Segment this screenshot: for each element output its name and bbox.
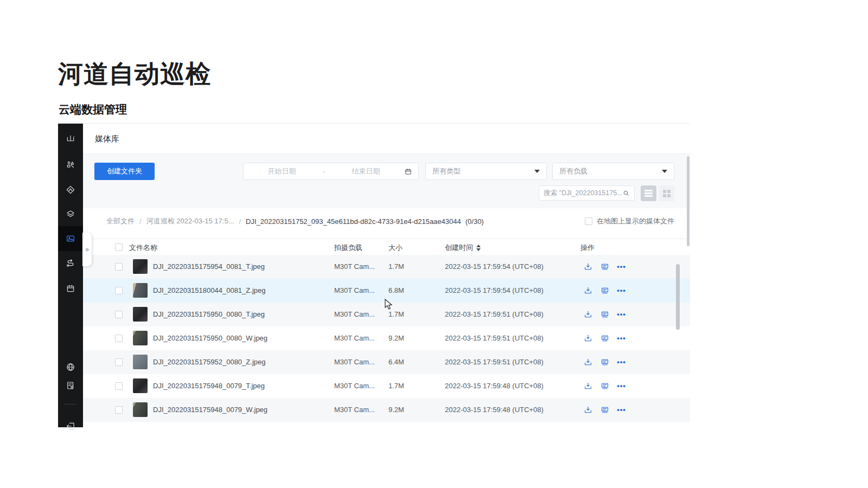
sidebar-item-logout[interactable] xyxy=(58,414,83,439)
media-transfer-button[interactable] xyxy=(600,286,609,295)
list-view-icon xyxy=(644,190,653,197)
more-actions-button[interactable]: ••• xyxy=(617,286,626,295)
row-checkbox[interactable] xyxy=(115,335,123,342)
column-payload: 拍摄负载 xyxy=(334,243,362,253)
sidebar-item-map-pin[interactable] xyxy=(58,177,83,202)
more-actions-button[interactable]: ••• xyxy=(617,333,626,343)
media-transfer-button[interactable] xyxy=(600,381,609,390)
type-filter-select[interactable]: 所有类型 xyxy=(425,163,547,180)
mountain-icon xyxy=(66,134,75,144)
more-actions-button[interactable]: ••• xyxy=(617,381,626,390)
table-row[interactable]: DJI_20220315175954_0081_T.jpegM30T Cam..… xyxy=(83,255,690,279)
file-thumbnail[interactable] xyxy=(133,355,148,369)
file-thumbnail[interactable] xyxy=(133,259,148,274)
row-checkbox[interactable] xyxy=(115,311,123,318)
sidebar-item-calendar[interactable] xyxy=(58,276,83,301)
sidebar-item-fleet[interactable] xyxy=(58,152,83,177)
globe-icon xyxy=(66,362,75,372)
search-box[interactable] xyxy=(539,185,635,201)
more-actions-button[interactable]: ••• xyxy=(617,310,626,319)
app-main: 媒体库 创建文件夹 开始日期 - 结束日期 所有类型 所有负载 xyxy=(83,124,690,427)
download-button[interactable] xyxy=(583,310,592,319)
breadcrumb-all-files[interactable]: 全部文件 xyxy=(106,216,135,226)
table-scrollbar[interactable] xyxy=(676,264,680,330)
file-payload: M30T Cam... xyxy=(334,382,375,390)
sidebar-item-route[interactable] xyxy=(58,251,83,276)
file-payload: M30T Cam... xyxy=(334,334,375,342)
file-name[interactable]: DJI_20220315175950_0080_W.jpeg xyxy=(153,334,267,342)
table-row[interactable]: DJI_20220315175948_0079_T.jpegM30T Cam..… xyxy=(83,374,690,398)
media-transfer-button[interactable] xyxy=(600,310,609,319)
table-row[interactable]: DJI_20220315175952_0080_Z.jpegM30T Cam..… xyxy=(83,350,690,374)
file-name[interactable]: DJI_20220315175948_0079_T.jpeg xyxy=(153,382,265,390)
search-input[interactable] xyxy=(544,189,622,197)
row-checkbox[interactable] xyxy=(115,406,123,414)
app-header-title: 媒体库 xyxy=(95,134,119,144)
sort-icon[interactable] xyxy=(476,245,481,251)
caret-down-icon xyxy=(662,170,667,173)
map-filter-checkbox[interactable] xyxy=(585,217,592,225)
logout-icon xyxy=(66,421,75,431)
sidebar-item-media-library[interactable] xyxy=(58,226,83,251)
file-thumbnail[interactable] xyxy=(133,402,148,417)
flight-log-icon xyxy=(66,381,75,390)
row-actions: ••• xyxy=(583,405,626,414)
sidebar-item-mountain[interactable] xyxy=(58,126,83,151)
file-thumbnail[interactable] xyxy=(133,331,148,345)
table-row[interactable]: DJI_20220315180044_0081_Z.jpegM30T Cam..… xyxy=(83,279,690,303)
download-button[interactable] xyxy=(583,286,592,295)
download-button[interactable] xyxy=(583,333,592,343)
grid-view-icon xyxy=(663,190,671,197)
panel-scrollbar[interactable] xyxy=(687,156,690,246)
breadcrumb-mission-folder[interactable]: 河道巡检 2022-03-15 17:5... xyxy=(146,216,234,226)
file-name[interactable]: DJI_20220315175950_0080_T.jpeg xyxy=(153,310,265,318)
more-actions-button[interactable]: ••• xyxy=(617,357,626,367)
download-button[interactable] xyxy=(583,357,592,367)
more-actions-button[interactable]: ••• xyxy=(617,405,626,414)
sidebar-item-layers[interactable] xyxy=(58,202,83,227)
sidebar-item-flight-log[interactable] xyxy=(58,373,83,398)
media-transfer-button[interactable] xyxy=(600,262,609,271)
fleet-icon xyxy=(66,160,75,170)
row-checkbox[interactable] xyxy=(115,358,123,366)
more-actions-button[interactable]: ••• xyxy=(617,262,626,271)
column-created-time[interactable]: 创建时间 xyxy=(445,243,481,253)
file-name[interactable]: DJI_20220315175948_0079_W.jpeg xyxy=(153,406,267,414)
file-thumbnail[interactable] xyxy=(133,378,148,393)
file-thumbnail[interactable] xyxy=(133,307,148,322)
create-folder-button[interactable]: 创建文件夹 xyxy=(94,163,155,180)
row-actions: ••• xyxy=(583,357,626,367)
download-button[interactable] xyxy=(583,381,592,390)
search-icon[interactable] xyxy=(622,189,630,197)
map-filter-label: 在地图上显示的媒体文件 xyxy=(597,216,674,226)
media-transfer-button[interactable] xyxy=(600,333,609,343)
download-button[interactable] xyxy=(583,405,592,414)
file-name[interactable]: DJI_20220315180044_0081_Z.jpeg xyxy=(153,286,265,294)
file-name[interactable]: DJI_20220315175952_0080_Z.jpeg xyxy=(153,358,265,366)
media-transfer-button[interactable] xyxy=(600,357,609,367)
row-checkbox[interactable] xyxy=(115,263,123,271)
table-row[interactable]: DJI_20220315175948_0079_W.jpegM30T Cam..… xyxy=(83,398,690,422)
download-button[interactable] xyxy=(583,262,592,271)
sidebar-expand-button[interactable]: » xyxy=(82,233,92,266)
end-date-placeholder[interactable]: 结束日期 xyxy=(328,166,404,176)
start-date-placeholder[interactable]: 开始日期 xyxy=(244,166,320,176)
table-row[interactable]: DJI_20220315175950_0080_T.jpegM30T Cam..… xyxy=(83,303,690,326)
list-view-button[interactable] xyxy=(641,185,656,201)
download-icon xyxy=(584,358,592,367)
file-created-time: 2022-03-15 17:59:48 (UTC+08) xyxy=(445,382,544,390)
row-checkbox[interactable] xyxy=(115,382,123,390)
table-row[interactable]: DJI_20220315175950_0080_W.jpegM30T Cam..… xyxy=(83,326,690,350)
file-name[interactable]: DJI_20220315175954_0081_T.jpeg xyxy=(153,262,265,271)
file-thumbnail[interactable] xyxy=(133,283,148,298)
table-header: 文件名称 拍摄负载 大小 创建时间 操作 xyxy=(83,239,690,255)
select-all-checkbox[interactable] xyxy=(115,243,123,251)
media-transfer-button[interactable] xyxy=(600,405,609,414)
payload-filter-select[interactable]: 所有负载 xyxy=(552,163,674,180)
page-subtitle: 云端数据管理 xyxy=(59,102,127,117)
file-size: 1.7M xyxy=(388,310,404,318)
date-range-picker[interactable]: 开始日期 - 结束日期 xyxy=(243,163,419,180)
row-checkbox[interactable] xyxy=(115,287,123,294)
breadcrumb-current-folder: DJI_202203151752_093_45e611bd-d82c-4733-… xyxy=(246,217,461,226)
grid-view-button[interactable] xyxy=(659,185,674,201)
